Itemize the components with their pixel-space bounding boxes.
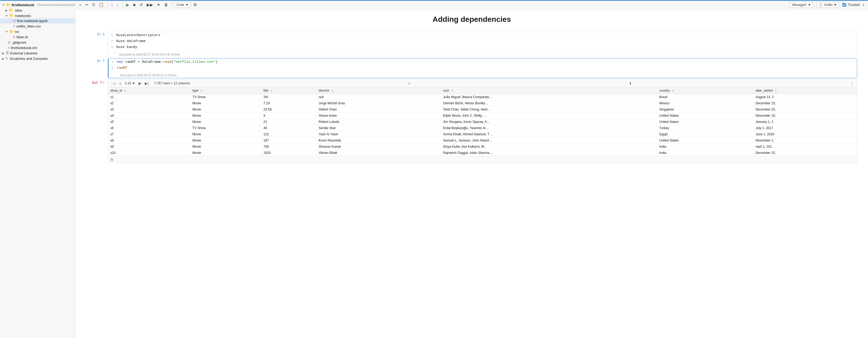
restart-button[interactable]: ↺ bbox=[138, 2, 144, 8]
sidebar-item-notebooks[interactable]: ▼ 📁 notebooks bbox=[0, 13, 75, 18]
cell-director-5: Serdar Akar bbox=[316, 125, 440, 131]
cell-date_added-4: January 1, 2 bbox=[753, 119, 857, 125]
col-type[interactable]: type ⇅ bbox=[190, 87, 261, 94]
run-all-button[interactable]: ▶▶ bbox=[145, 2, 154, 8]
root-label: firstNotebook bbox=[11, 3, 34, 7]
cell-director-7: Kevin Reynolds bbox=[316, 137, 440, 144]
csv-file-icon: ≡ bbox=[13, 24, 15, 28]
sidebar-item-notebook-label: first-notebook.ipynb bbox=[17, 19, 48, 23]
col-country[interactable]: country ⇅ bbox=[657, 87, 753, 94]
table-prev-btn[interactable]: ◀ bbox=[118, 81, 123, 86]
move-up-button[interactable]: ↑ bbox=[110, 2, 115, 8]
sidebar-item-csv[interactable]: ≡ netflix_titles.csv bbox=[0, 24, 75, 29]
idea-folder-icon: 📁 bbox=[9, 8, 13, 12]
scissors-button[interactable]: ✦ bbox=[156, 2, 162, 8]
cell-cast-5: Erdal Beşikçioğlu, Yasemin Al… bbox=[441, 125, 657, 131]
cell-director-9: Vikram Bhatt bbox=[316, 150, 440, 156]
sidebar-item-scratches[interactable]: ▶ ✎ Scratches and Consoles bbox=[0, 56, 75, 61]
cell-country-8: India bbox=[657, 144, 753, 150]
table-row: s3Movie23:59Gilbert ChanTedd Chan, Stell… bbox=[108, 106, 857, 113]
kotlin-arrow: ▼ bbox=[834, 3, 837, 7]
cell-in5: In 5 1 %useLatestDescriptors 2 %use data… bbox=[86, 32, 857, 57]
managed-dropdown[interactable]: Managed: ▼ bbox=[790, 2, 813, 8]
table-download-btn[interactable]: ⬇ bbox=[628, 81, 633, 86]
table-expand-btn[interactable]: ⤢ bbox=[406, 81, 412, 86]
delete-button[interactable]: 🗑 bbox=[163, 2, 169, 8]
move-down-button[interactable]: ↓ bbox=[115, 2, 120, 8]
cell-director-8: Shravan Kumar bbox=[316, 144, 440, 150]
cell5-lines: 1 %useLatestDescriptors 2 %use dataframe… bbox=[108, 32, 857, 52]
sidebar-item-gitignore[interactable]: ⊘ .gitignore bbox=[0, 40, 75, 45]
sidebar-item-src-label: src bbox=[15, 30, 20, 34]
cell-title-9: 1920 bbox=[261, 150, 316, 156]
cell-cast-7: Samuel L. Jackson, John Heard… bbox=[441, 137, 657, 144]
out7-label: Out 7 bbox=[92, 81, 102, 85]
col-cast[interactable]: cast ⇅ bbox=[441, 87, 657, 94]
cell5-content[interactable]: 1 %useLatestDescriptors 2 %use dataframe… bbox=[108, 32, 857, 57]
cell-show_id-9: s10 bbox=[108, 150, 190, 156]
data-table: show_id ⇅ type ⇅ title ⇅ director ⇅ cast… bbox=[108, 87, 857, 156]
sidebar-item-external-libs[interactable]: ▶ 🗄 External Libraries bbox=[0, 51, 75, 56]
notebook-title: Adding dependencies bbox=[86, 15, 857, 24]
trusted-checkbox[interactable] bbox=[842, 3, 846, 7]
cell-country-6: Egypt bbox=[657, 131, 753, 137]
out7-toggle[interactable]: ▼ bbox=[103, 81, 104, 84]
cut-button[interactable]: ✂ bbox=[84, 2, 90, 8]
table-toolbar: |◀ ◀ 1-10 ▼ ▶ ▶| 7,787 rows × 12 columns… bbox=[108, 80, 857, 87]
cell-type-8: Movie bbox=[190, 144, 261, 150]
table-row: s6TV Show46Serdar AkarErdal Beşikçioğlu,… bbox=[108, 125, 857, 131]
cell-type-dropdown[interactable]: Code ▼ bbox=[174, 2, 191, 8]
cell-country-4: United States bbox=[657, 119, 753, 125]
cell-show_id-7: s8 bbox=[108, 137, 190, 144]
col-show-id[interactable]: show_id ⇅ bbox=[108, 87, 190, 94]
output7-content: |◀ ◀ 1-10 ▼ ▶ ▶| 7,787 rows × 12 columns… bbox=[108, 79, 857, 163]
cell-cast-3: Elijah Wood, John C. Reilly, … bbox=[441, 113, 657, 119]
cell5-executed: Executed at 2024.03.27 16:45:20 in 4s 51… bbox=[108, 52, 857, 57]
notebooks-folder-icon: 📁 bbox=[9, 13, 14, 18]
table-row: s4Movie9Shane AckerElijah Wood, John C. … bbox=[108, 113, 857, 119]
table-row: s5Movie21Robert LuketicJim Sturgess, Kev… bbox=[108, 119, 857, 125]
sidebar-item-idea[interactable]: ▶ 📁 .idea bbox=[0, 7, 75, 13]
notebook-file-icon: ≋ bbox=[13, 19, 16, 23]
sidebar: ▼ 📁 firstNotebook ~/Documents/notebooks/… bbox=[0, 0, 75, 338]
sidebar-item-iml[interactable]: ≡ firstNotebook.iml bbox=[0, 45, 75, 51]
cell-director-4: Robert Luketic bbox=[316, 119, 440, 125]
sidebar-item-src[interactable]: ▼ 📁 src bbox=[0, 29, 75, 34]
cell-cast-1: Demián Bichir, Héctor Bonilla… bbox=[441, 100, 657, 106]
sidebar-item-notebook-file[interactable]: ≋ first-notebook.ipynb bbox=[0, 18, 75, 24]
cell-cast-8: Divya Dutta, Atul Kulkarni, M… bbox=[441, 144, 657, 150]
settings-button[interactable]: ⚙ bbox=[192, 2, 198, 8]
trusted-collapse-button[interactable]: ∧ bbox=[861, 2, 866, 7]
cell-date_added-6: June 1, 2020 bbox=[753, 131, 857, 137]
managed-label: Managed: bbox=[792, 3, 807, 7]
stop-button[interactable]: ■ bbox=[132, 2, 137, 8]
run-button[interactable]: ▶ bbox=[125, 2, 131, 8]
table-row: s9Movie706Shravan KumarDivya Dutta, Atul… bbox=[108, 144, 857, 150]
add-cell-button[interactable]: + bbox=[78, 2, 83, 8]
trusted-label: Trusted bbox=[848, 3, 860, 7]
sidebar-root[interactable]: ▼ 📁 firstNotebook ~/Documents/notebooks/… bbox=[0, 2, 75, 7]
table-next-btn[interactable]: ▶ bbox=[137, 81, 143, 86]
sidebar-item-iml-label: firstNotebook.iml bbox=[11, 46, 37, 50]
paste-button[interactable]: 📋 bbox=[97, 2, 105, 8]
sidebar-item-idea-label: .idea bbox=[14, 8, 22, 12]
cell-director-1: Jorge Michel Grau bbox=[316, 100, 440, 106]
cell7-content[interactable]: 1 val rawDf = DataFrame.read("netflix_ti… bbox=[108, 59, 857, 78]
cell5-line2: 2 %use dataframe bbox=[108, 39, 857, 45]
cell-date_added-9: December 15, bbox=[753, 150, 857, 156]
col-title[interactable]: title ⇅ bbox=[261, 87, 316, 94]
table-more-btn[interactable]: ⋮ bbox=[849, 81, 855, 86]
table-last-btn[interactable]: ▶| bbox=[144, 81, 150, 86]
kotlin-dropdown[interactable]: Kotlin ▼ bbox=[816, 2, 839, 8]
col-director[interactable]: director ⇅ bbox=[316, 87, 440, 94]
cell-cast-2: Tedd Chan, Stella Chung, Henl… bbox=[441, 106, 657, 113]
scratches-icon: ✎ bbox=[5, 56, 9, 61]
col-date-added[interactable]: date_added ⇅ bbox=[753, 87, 857, 94]
table-scroll-area: show_id ⇅ type ⇅ title ⇅ director ⇅ cast… bbox=[108, 87, 857, 156]
sidebar-item-main-kt[interactable]: K Main.kt bbox=[0, 34, 75, 40]
copy-button[interactable]: ⎘ bbox=[91, 2, 96, 8]
cell-in7: In 7 1 val rawDf = DataFrame.read("netfl… bbox=[86, 59, 857, 78]
separator2 bbox=[122, 2, 123, 7]
table-first-btn[interactable]: |◀ bbox=[110, 81, 117, 86]
table-row: s8Movie187Kevin ReynoldsSamuel L. Jackso… bbox=[108, 137, 857, 144]
